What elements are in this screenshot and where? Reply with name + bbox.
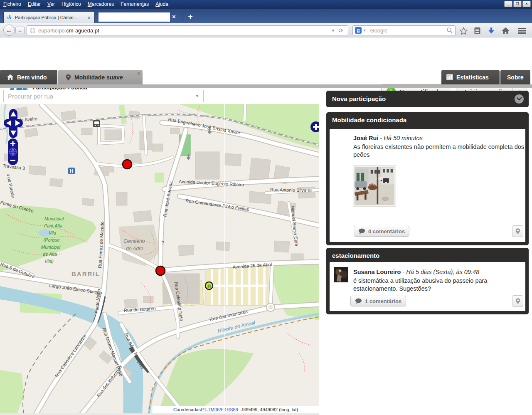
minimize-button[interactable]: _ xyxy=(504,1,512,7)
map-coordinates: Coordenadas PT-TM06/ETRS89: -939499, 494… xyxy=(153,406,319,413)
statistics-tab-label: Estatísticas xyxy=(456,74,489,81)
bookmark-star-icon[interactable] xyxy=(458,26,468,36)
downloads-icon[interactable] xyxy=(486,26,496,36)
post1-locate-button[interactable] xyxy=(512,225,523,237)
menu-ferramentas[interactable]: Ferramentas xyxy=(117,0,152,8)
menu-ver[interactable]: Ver xyxy=(44,0,58,8)
menu-items[interactable]: FicheiroEditarVerHistóricoMarcadoresFerr… xyxy=(0,0,532,8)
search-engine-icon[interactable]: g xyxy=(355,27,362,34)
menu-ajuda[interactable]: Ajuda xyxy=(152,0,172,8)
menu-editar[interactable]: Editar xyxy=(25,0,44,8)
helipad-icon: H xyxy=(205,282,213,289)
map-street-label: Park Alta xyxy=(44,223,62,228)
site-tab-mobility[interactable]: Mobilidade suave × xyxy=(58,70,143,84)
about-tab-label: Sobre xyxy=(507,74,524,81)
panel1-body: José Rui - Há 50 minutos As floreiras ex… xyxy=(330,129,525,242)
post2-text: é sistemática a utilização abusiva do pa… xyxy=(353,277,526,292)
site-tab-statistics[interactable]: Estatísticas xyxy=(441,70,500,84)
post2-header: Susana Loureiro - Há 5 dias (Sexta), às … xyxy=(353,269,479,275)
map-street-label: Cemitério xyxy=(123,238,145,244)
post2-avatar xyxy=(334,267,348,282)
map-pan-control[interactable] xyxy=(2,108,24,139)
menu-ficheiro[interactable]: Ficheiro xyxy=(0,0,25,8)
home-tab-icon xyxy=(7,74,14,80)
map-street-label: de Alta xyxy=(43,252,57,257)
mobility-tab-close-icon[interactable]: × xyxy=(137,71,140,77)
browser-menubar: FicheiroEditarVerHistóricoMarcadoresFerr… xyxy=(0,0,532,9)
browser-window: FicheiroEditarVerHistóricoMarcadoresFerr… xyxy=(0,0,532,415)
browser-tab-1[interactable]: Participação Pública | Câmar... × xyxy=(3,11,95,23)
tab-1-title: Participação Pública | Câmar... xyxy=(15,15,86,20)
url-bar[interactable]: euparticipo.cm-agueda.pt ▾ ⟳ xyxy=(27,25,348,35)
tab-2-close-icon[interactable]: × xyxy=(172,13,176,20)
street-search-placeholder: Procurar por rua xyxy=(8,93,195,100)
close-button[interactable]: × xyxy=(522,1,531,7)
site-favicon xyxy=(6,15,12,21)
menu-hamburger-icon[interactable] xyxy=(517,26,527,36)
chart-icon xyxy=(446,74,453,80)
svg-text:H: H xyxy=(207,284,211,289)
panel1-category: Mobilidade condicionada xyxy=(332,116,406,124)
menu-marcadores[interactable]: Marcadores xyxy=(84,0,117,8)
map-street-label: Municipal xyxy=(41,245,61,249)
map-street-label: Municipal xyxy=(44,216,64,221)
post1-header: José Rui - Há 50 minutos xyxy=(353,135,423,141)
pin-tab-icon xyxy=(66,74,71,81)
forward-button[interactable]: → xyxy=(15,27,25,34)
street-search-input[interactable]: Procurar por rua ▼ xyxy=(3,90,204,102)
participation-marker[interactable] xyxy=(156,266,165,275)
post1-photo[interactable] xyxy=(353,165,396,207)
map-street-label: ? xyxy=(162,240,164,245)
map-street-label: Vila) xyxy=(44,259,54,264)
participation-marker[interactable] xyxy=(123,160,132,169)
map-layers-button[interactable] xyxy=(310,121,319,133)
back-button[interactable]: ← xyxy=(3,25,15,36)
panel2-category: estacionamento xyxy=(332,252,379,259)
search-bar[interactable]: g ▾ Google xyxy=(352,25,456,35)
bookmarks-list-icon[interactable] xyxy=(472,26,482,36)
url-dropdown-icon[interactable]: ▾ xyxy=(330,28,337,33)
url-subdomain: euparticipo. xyxy=(38,27,66,34)
post1-author: José Rui xyxy=(353,135,378,141)
crs-link[interactable]: PT-TM06/ETRS89 xyxy=(201,407,238,412)
post2-locate-button[interactable] xyxy=(512,295,523,307)
globe-icon xyxy=(30,27,36,34)
map-canvas[interactable]: H H Ramal de AveiroRua Engenheiro José B… xyxy=(0,104,319,415)
tab-2-title-box[interactable] xyxy=(99,12,170,22)
post1-time: Há 50 minutos xyxy=(384,135,423,141)
restore-button[interactable]: ❐ xyxy=(513,1,522,7)
comment-bubble-icon xyxy=(358,228,365,235)
window-controls: _ ❐ × xyxy=(504,1,531,7)
post1-comments-button[interactable]: 0 comentários xyxy=(354,226,409,237)
comment-bubble-icon xyxy=(355,298,362,304)
new-tab-button[interactable]: + xyxy=(185,12,195,22)
site-tab-welcome[interactable]: Bem vindo xyxy=(0,70,57,84)
search-engine-dropdown-icon[interactable]: ▾ xyxy=(362,28,368,32)
panel2-body: Susana Loureiro - Há 5 dias (Sexta), às … xyxy=(330,262,525,311)
tab-1-close-icon[interactable]: × xyxy=(86,15,92,21)
site-tab-about[interactable]: Sobre xyxy=(500,70,530,84)
post2-time: Há 5 dias (Sexta), às 09:48 xyxy=(406,269,479,275)
tab-separator xyxy=(182,11,182,22)
map-pin-icon xyxy=(515,298,520,304)
mobility-tab-label: Mobilidade suave xyxy=(74,74,123,81)
hospital-icon: H xyxy=(68,168,75,174)
chevron-down-icon[interactable] xyxy=(515,94,524,104)
post2-author: Susana Loureiro xyxy=(353,269,401,275)
browser-tabbar: Participação Pública | Câmar... × × + xyxy=(0,9,532,23)
reload-icon[interactable]: ⟳ xyxy=(336,27,345,34)
map-container[interactable]: H H Ramal de AveiroRua Engenheiro José B… xyxy=(0,104,319,415)
map-street-label: Vila xyxy=(49,230,56,235)
home-icon[interactable] xyxy=(500,26,510,36)
search-input[interactable]: Google xyxy=(370,27,446,34)
new-participation-bar[interactable]: Nova participação xyxy=(326,91,529,107)
participation-panel-estacionamento: estacionamento Susana Loureiro - Há 5 di… xyxy=(326,248,529,314)
street-search-dropdown-icon[interactable]: ▼ xyxy=(195,94,199,98)
map-zoom-control[interactable] xyxy=(7,138,18,166)
page-header: Participação Pública Câmara Municipal de… xyxy=(0,37,532,70)
welcome-tab-label: Bem vindo xyxy=(17,74,47,81)
magnifier-icon[interactable] xyxy=(446,27,453,34)
menu-histórico[interactable]: Histórico xyxy=(58,0,84,8)
new-participation-label: Nova participação xyxy=(332,95,386,102)
post2-comments-button[interactable]: 1 comentários xyxy=(350,296,406,306)
